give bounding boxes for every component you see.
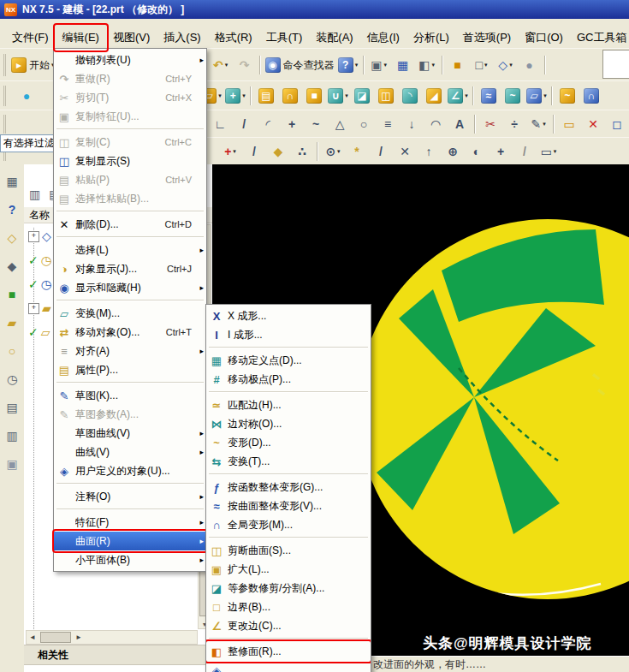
expand-icon[interactable]: +	[28, 231, 39, 242]
menubar-item[interactable]: 首选项(P)	[456, 27, 518, 48]
edit-menu-item[interactable]: ▤选择性粘贴(B)...	[54, 189, 206, 208]
control-point-button[interactable]: ∴	[290, 140, 314, 164]
horizontal-scroll-thumb[interactable]	[40, 632, 71, 643]
edit-menu-item[interactable]: ⇄移动对象(O)...Ctrl+T	[54, 323, 206, 342]
menubar-item[interactable]: 视图(V)	[106, 27, 157, 48]
undo-button[interactable]: ↶▾	[209, 53, 233, 77]
surface-submenu-item[interactable]: ≃匹配边(H)...	[206, 395, 371, 414]
edit-menu-item[interactable]: ▣复制特征(U)...	[54, 107, 206, 126]
window-layout-button[interactable]: ▣▾	[367, 53, 391, 77]
swept-button[interactable]: ~	[501, 84, 525, 108]
trim-body-button[interactable]: ◪	[350, 84, 374, 108]
command-finder-button[interactable]: ◉命令查找器	[264, 53, 336, 77]
menubar-item[interactable]: GC工具箱	[570, 27, 629, 48]
text-button[interactable]: A	[448, 112, 472, 136]
edit-menu-item[interactable]: ≡对齐(A)▸	[54, 342, 206, 360]
surface-submenu-item[interactable]: XX 成形...	[206, 306, 371, 325]
surface-submenu-item[interactable]: □边界(B)...	[206, 598, 371, 616]
edit-menu-item-surface[interactable]: 曲面(R)▸	[54, 532, 206, 550]
snap-point-button[interactable]: +▾	[218, 140, 242, 164]
surface-submenu-item[interactable]: ≈按曲面整体变形(V)...	[206, 497, 371, 515]
notes-tab[interactable]: ▣	[3, 455, 21, 473]
surface-submenu-item[interactable]: ◫剪断曲面(S)...	[206, 541, 371, 560]
edit-menu-item[interactable]: ◉显示和隐藏(H)▸	[54, 278, 206, 297]
constraint-navigator-tab[interactable]: ◆	[3, 258, 21, 275]
expand-icon[interactable]: +	[28, 303, 39, 314]
surface-submenu-item[interactable]: II 成形...	[206, 325, 371, 344]
edit-menu-item[interactable]: ✎草图参数(A)...	[54, 405, 206, 424]
edit-menu-item[interactable]: ▤属性(P)...	[54, 360, 206, 379]
edit-menu-item[interactable]: 撤销列表(U)▸	[54, 51, 206, 69]
edit-menu-item[interactable]: ✕删除(D)...Ctrl+D	[54, 215, 206, 234]
surface-submenu-item[interactable]: ▣扩大(L)...	[206, 560, 371, 579]
point-on-curve-button[interactable]: ⊙▾	[321, 140, 345, 164]
surface-submenu-item[interactable]: ◈	[206, 661, 371, 672]
isometric-view-button[interactable]: ◇▾	[494, 53, 518, 77]
divide-button[interactable]: /	[513, 140, 537, 164]
menubar-item[interactable]: 插入(S)	[157, 27, 207, 48]
surface-submenu-item[interactable]: ∠更改边(C)...	[206, 616, 371, 635]
edit-menu-item[interactable]: 草图曲线(V)▸	[54, 424, 206, 443]
star-box-button[interactable]: *	[345, 140, 369, 164]
mid-point-button[interactable]: ◆	[266, 140, 290, 164]
quadrant-point-button[interactable]: ◐	[465, 140, 489, 164]
edit-menu-item[interactable]: 特征(F)▸	[54, 513, 206, 532]
offset-curve-button[interactable]: ≡	[376, 112, 400, 136]
draft-button[interactable]: ∠▾	[446, 84, 470, 108]
line-button[interactable]: /	[232, 112, 256, 136]
help-panel-tab[interactable]: ?	[3, 201, 21, 218]
hd3d-tab[interactable]: ○	[3, 342, 21, 360]
chamfer-button[interactable]: ◢	[422, 84, 446, 108]
history-palette-tab[interactable]: ◷	[3, 371, 21, 388]
edit-menu-item[interactable]: ◫复制显示(S)	[54, 152, 206, 170]
titlebar[interactable]: NX NX 7.5 - 建模 - [22.prt （修改的） ]	[0, 0, 629, 19]
assembly-navigator-tab[interactable]: ◇	[3, 229, 21, 247]
reuse-library-tab[interactable]: ▰	[3, 314, 21, 331]
surface-submenu-item[interactable]: ⇆变换(T)...	[206, 452, 371, 471]
trim-curve-button[interactable]: ✂	[478, 112, 502, 136]
menubar-item[interactable]: 窗口(O)	[518, 27, 570, 48]
styled-blend-button[interactable]: ∩	[579, 84, 603, 108]
sphere-view-button[interactable]: ●	[518, 53, 542, 77]
dependencies-section-header[interactable]: 相关性	[24, 645, 212, 665]
part-navigator-tab[interactable]: ■	[3, 286, 21, 303]
process-tab[interactable]: ▥	[3, 427, 21, 444]
edit-menu-item[interactable]: 选择(L)▸	[54, 241, 206, 259]
surface-submenu-item[interactable]: ~变形(D)...	[206, 433, 371, 452]
edit-menu-item[interactable]: ▤粘贴(P)Ctrl+V	[54, 170, 206, 189]
profile-button[interactable]: ∟	[208, 112, 232, 136]
menubar-item[interactable]: 编辑(E)	[56, 27, 106, 48]
edit-menu-item[interactable]: 注释(O)▸	[54, 487, 206, 506]
roles-button[interactable]: ●	[15, 84, 39, 108]
menubar-item[interactable]: 分析(L)	[406, 27, 456, 48]
spline-button[interactable]: ~	[304, 112, 328, 136]
edit-curve-button[interactable]: ✎▾	[526, 112, 550, 136]
delete-face-button[interactable]: ▭	[557, 112, 581, 136]
menubar-item[interactable]: 装配(A)	[309, 27, 359, 48]
point-button[interactable]: +▾	[223, 84, 247, 108]
surface-submenu-item[interactable]: ▦移动定义点(D)...	[206, 351, 371, 370]
edit-menu-item[interactable]: 曲线(V)▸	[54, 443, 206, 461]
edit-menu-item[interactable]: ✂剪切(T)Ctrl+X	[54, 88, 206, 107]
shaded-view-button[interactable]: ■	[446, 53, 470, 77]
edit-menu-item[interactable]: ◑对象显示(J)...Ctrl+J	[54, 259, 206, 278]
wireframe-view-button[interactable]: □▾	[470, 53, 494, 77]
selection-filter-combobox[interactable]: 有选择过滤	[0, 134, 59, 152]
scroll-right-button[interactable]: ►	[73, 633, 85, 641]
context-help-button[interactable]: ?▾	[336, 53, 360, 77]
project-curve-button[interactable]: ↓	[400, 112, 424, 136]
point2-button[interactable]: +	[280, 112, 304, 136]
surface-submenu-item[interactable]: ◪等参数修剪/分割(A)...	[206, 579, 371, 598]
scroll-left-button[interactable]: ◄	[27, 633, 39, 641]
through-curves-button[interactable]: ≈	[477, 84, 501, 108]
edit-menu-item[interactable]: 小平面体(B)▸	[54, 550, 206, 569]
edge-blend-button[interactable]: ◝	[398, 84, 422, 108]
start-button[interactable]: ▸开始▾	[9, 53, 56, 77]
close-x-button[interactable]: ✕	[393, 140, 417, 164]
tiles-tab[interactable]: ▦	[3, 173, 21, 190]
block-button[interactable]: ■	[302, 84, 326, 108]
plus-button[interactable]: +	[489, 140, 513, 164]
ruled-button[interactable]: ▱▾	[525, 84, 549, 108]
boolean-button[interactable]: ∪▾	[326, 84, 350, 108]
redo-button[interactable]: ↷	[233, 53, 257, 77]
